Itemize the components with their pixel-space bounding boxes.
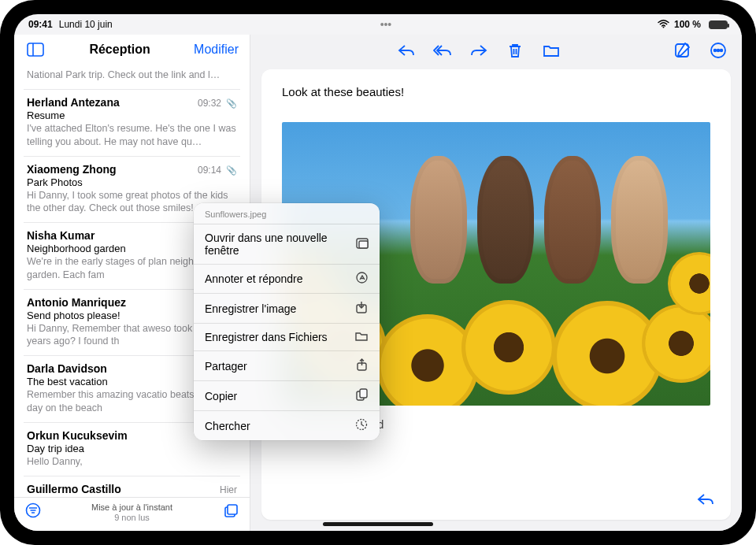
- filter-icon[interactable]: [25, 502, 41, 522]
- markup-icon: [354, 272, 369, 286]
- reply-icon[interactable]: [395, 39, 417, 61]
- trash-icon[interactable]: [504, 39, 526, 61]
- window-icon: [355, 238, 369, 251]
- context-menu-label: Enregistrer dans Fichiers: [205, 331, 328, 343]
- copy-icon: [354, 388, 369, 403]
- msg-from: Darla Davidson: [27, 362, 107, 375]
- status-time: 09:41: [28, 19, 53, 30]
- msg-subject: Resume: [27, 109, 237, 121]
- stacks-icon[interactable]: [223, 502, 239, 522]
- msg-preview: Hello Danny,: [27, 455, 237, 468]
- compose-icon[interactable]: [671, 39, 693, 61]
- card-reply-icon[interactable]: [695, 488, 717, 510]
- context-menu-item[interactable]: Partager: [194, 351, 380, 381]
- svg-point-11: [714, 50, 717, 52]
- context-menu-item[interactable]: Enregistrer l'image: [194, 294, 380, 324]
- context-menu-label: Annoter et répondre: [205, 272, 303, 285]
- msg-from: Guillermo Castillo: [27, 483, 121, 495]
- mailbox-title: Réception: [54, 43, 186, 57]
- wifi-icon: [658, 19, 669, 31]
- svg-point-12: [717, 50, 720, 52]
- svg-rect-15: [359, 241, 368, 248]
- context-menu-label: Copier: [205, 390, 237, 402]
- forward-icon[interactable]: [468, 39, 490, 61]
- msg-from: Xiaomeng Zhong: [27, 163, 117, 176]
- context-menu-item[interactable]: Annoter et répondre: [194, 265, 380, 294]
- move-folder-icon[interactable]: [540, 39, 562, 61]
- message-list-item[interactable]: National Park trip. Check out the link a…: [24, 66, 240, 90]
- msg-subject: Day trip idea: [27, 443, 237, 454]
- home-indicator[interactable]: [323, 522, 433, 526]
- msg-preview: National Park trip. Check out the link a…: [27, 69, 237, 81]
- svg-point-13: [721, 50, 723, 52]
- context-menu-label: Partager: [205, 360, 247, 373]
- status-date: Lundi 10 juin: [59, 19, 113, 30]
- msg-date: Hier: [220, 484, 237, 495]
- msg-from: Antonio Manriquez: [27, 296, 126, 309]
- battery-pct: 100 %: [674, 19, 701, 30]
- share-icon: [354, 358, 369, 373]
- msg-from: Herland Antezana: [27, 96, 120, 109]
- context-menu: Sunflowers.jpeg Ouvrir dans une nouvelle…: [194, 203, 380, 440]
- more-icon[interactable]: [707, 39, 729, 61]
- attachment-icon: 📎: [226, 165, 237, 175]
- battery-icon: [709, 20, 728, 29]
- attachment-icon: 📎: [226, 98, 237, 108]
- context-menu-label: Ouvrir dans une nouvelle fenêtre: [205, 232, 355, 257]
- svg-rect-1: [28, 43, 43, 56]
- footer-status-1: Mise à jour à l'instant: [41, 502, 223, 513]
- footer-status-2: 9 non lus: [41, 513, 223, 523]
- svg-rect-20: [360, 389, 367, 398]
- context-menu-item[interactable]: Chercher: [194, 411, 380, 440]
- folder-icon: [354, 331, 369, 343]
- message-list-item[interactable]: Herland Antezana09:32📎ResumeI've attache…: [24, 90, 240, 157]
- context-menu-item[interactable]: Ouvrir dans une nouvelle fenêtre: [194, 224, 380, 265]
- msg-date: 09:14📎: [198, 165, 237, 176]
- msg-preview: I've attached Elton's resume. He's the o…: [27, 122, 237, 148]
- context-menu-label: Enregistrer l'image: [205, 302, 296, 315]
- context-menu-header: Sunflowers.jpeg: [194, 203, 380, 224]
- edit-button[interactable]: Modifier: [194, 43, 239, 57]
- msg-from: Nisha Kumar: [27, 229, 94, 242]
- sidebar-footer: Mise à jour à l'instant 9 non lus: [14, 497, 250, 531]
- context-menu-item[interactable]: Copier: [194, 381, 380, 411]
- reply-all-icon[interactable]: [432, 39, 454, 61]
- msg-from: Orkun Kucuksevim: [27, 429, 128, 442]
- message-body-text: Look at these beauties!: [261, 69, 731, 114]
- sidebar-toggle-icon[interactable]: [25, 39, 46, 60]
- context-menu-label: Chercher: [205, 420, 250, 432]
- status-bar: 09:41 Lundi 10 juin • • • 100 %: [14, 14, 742, 35]
- save-image-icon: [354, 301, 369, 316]
- screen: 09:41 Lundi 10 juin • • • 100 % Réceptio: [14, 14, 742, 531]
- svg-point-16: [357, 272, 367, 283]
- lookup-icon: [354, 418, 369, 433]
- msg-subject: Park Photos: [27, 176, 237, 188]
- message-list-item[interactable]: Guillermo CastilloHierSeason finaleDid y…: [24, 476, 240, 497]
- message-toolbar: [250, 35, 742, 66]
- multitask-dots[interactable]: • • •: [380, 18, 390, 31]
- svg-point-0: [662, 26, 664, 28]
- ipad-frame: 09:41 Lundi 10 juin • • • 100 % Réceptio: [0, 0, 756, 545]
- context-menu-item[interactable]: Enregistrer dans Fichiers: [194, 324, 380, 351]
- svg-rect-8: [228, 505, 237, 514]
- msg-date: 09:32📎: [198, 98, 237, 109]
- sidebar-header: Réception Modifier: [14, 35, 250, 66]
